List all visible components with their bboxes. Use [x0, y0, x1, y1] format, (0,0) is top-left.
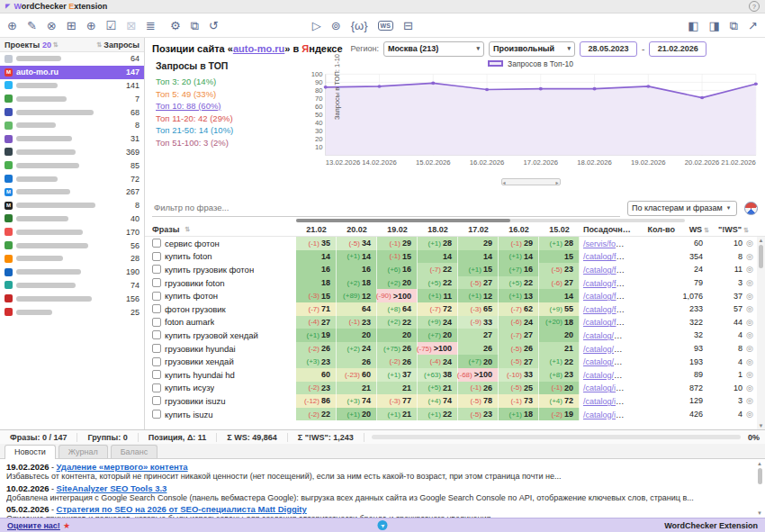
row-checkbox[interactable]	[152, 410, 161, 419]
row-checkbox[interactable]	[152, 304, 161, 313]
target-icon[interactable]: ◎	[742, 265, 757, 274]
landing-url-link[interactable]: /catalog/foton/	[583, 251, 626, 261]
tab-item[interactable]: Баланс	[111, 445, 158, 458]
wordstat-icon[interactable]: WS	[378, 21, 393, 31]
sidebar-project-item[interactable]: 8	[0, 119, 144, 132]
sidebar-project-item[interactable]: 85	[0, 158, 144, 172]
chart-range-slider[interactable]: ◂ ▸	[501, 178, 561, 185]
projects-sort-icon[interactable]: ⇅	[53, 41, 58, 49]
landing-url-link[interactable]: /catalog/arxiv/hyundai-h…	[583, 370, 626, 380]
clipboard-icon[interactable]: ⊟	[403, 20, 413, 32]
sidebar-project-item[interactable]: Mauto-mo.ru147	[0, 66, 144, 79]
sort-icon[interactable]: ⇅	[184, 226, 190, 233]
toggle-left-panel-icon[interactable]: ◧	[688, 20, 698, 32]
tab-item[interactable]: Журнал	[58, 445, 108, 458]
check-positions-icon[interactable]: ▷	[312, 20, 321, 32]
sidebar-project-item[interactable]: 7	[0, 92, 144, 105]
target-icon[interactable]: ◎	[742, 370, 757, 379]
date-column-header[interactable]: 20.02	[337, 225, 377, 234]
export-file-icon[interactable]: ⧉	[730, 20, 738, 32]
table-scrollbar-thumb[interactable]	[759, 245, 763, 268]
slider-right-arrow-icon[interactable]: ▸	[555, 179, 558, 185]
target-icon[interactable]: ◎	[742, 383, 757, 392]
target-icon[interactable]: ◎	[742, 239, 757, 248]
sidebar-project-item[interactable]: 74	[0, 279, 144, 293]
iws-column-header[interactable]: "!WS"⇅	[711, 225, 751, 234]
import-phrases-icon[interactable]: ⊞	[67, 20, 76, 32]
target-icon[interactable]: ◎	[742, 292, 757, 301]
target-icon[interactable]: ◎	[742, 252, 757, 261]
group-mode-select[interactable]: По кластерам и фразам▾	[627, 201, 737, 216]
period-select[interactable]: Произвольный▾	[489, 41, 575, 57]
sort-icon[interactable]: ⇅	[704, 227, 709, 233]
toggle-right-panel-icon[interactable]: ◨	[709, 20, 720, 32]
delete-phrases-icon[interactable]: ⊠	[126, 20, 136, 32]
landing-url-link[interactable]: /catalog/foton/foton-s10…	[583, 317, 626, 327]
landing-url-link[interactable]: /catalog/foton/	[583, 278, 626, 288]
landing-url-link[interactable]: /catalog/isuzu/	[583, 383, 626, 392]
region-select[interactable]: Москва (213)▾	[383, 41, 484, 57]
target-icon[interactable]: ◎	[742, 396, 757, 405]
sidebar-project-item[interactable]: 156	[0, 292, 144, 305]
telegram-icon[interactable]: ➤	[378, 520, 388, 530]
live-mode-icon[interactable]: {ω}	[351, 20, 368, 32]
scroll-up-icon[interactable]: ▲	[757, 461, 762, 466]
sidebar-project-item[interactable]: 141	[0, 79, 144, 93]
sidebar-project-item[interactable]: 40	[0, 212, 144, 226]
phrases-column-header[interactable]: Фразы⇅	[145, 225, 296, 234]
url-column-header[interactable]: Посадочный URL	[580, 225, 634, 234]
target-icon[interactable]: ◎	[742, 278, 757, 287]
sidebar-project-item[interactable]: 369	[0, 146, 144, 159]
queries-sort-icon[interactable]: ⇅	[96, 41, 102, 49]
ws-column-header[interactable]: WS⇅	[675, 225, 711, 234]
scroll-down-icon[interactable]: ▼	[759, 423, 764, 428]
rate-us-link[interactable]: Оцените нас!	[7, 521, 60, 530]
top-stat-item[interactable]: Топ 10: 88 (60%)	[156, 100, 300, 113]
top-stat-item[interactable]: Топ 5: 49 (33%)	[156, 88, 300, 101]
news-vertical-scrollbar[interactable]: ▲ ▼	[756, 461, 763, 516]
site-link[interactable]: auto-mo.ru	[233, 43, 284, 54]
open-external-icon[interactable]: ↗	[748, 20, 758, 32]
date-column-header[interactable]: 18.02	[418, 225, 458, 234]
date-column-header[interactable]: 16.02	[499, 225, 539, 234]
row-checkbox[interactable]	[152, 265, 161, 274]
sidebar-project-item[interactable]: 72	[0, 172, 144, 185]
wordstat-globe-icon[interactable]	[744, 202, 758, 215]
sidebar-project-item[interactable]: 170	[0, 225, 144, 239]
history-icon[interactable]: ↺	[209, 20, 219, 32]
tab-active-item[interactable]: Новости	[4, 445, 56, 459]
date-to-input[interactable]: 21.02.2026	[649, 41, 706, 57]
news-title-link[interactable]: SiteAnalyzer SEO Tools 3.3	[57, 483, 167, 493]
landing-url-link[interactable]: /catalog/isuzu/	[583, 396, 626, 406]
landing-url-link[interactable]: /catalog/foton/	[583, 265, 626, 275]
sidebar-project-item[interactable]: 56	[0, 239, 144, 252]
scroll-down-icon[interactable]: ▼	[757, 510, 762, 516]
scroll-up-icon[interactable]: ▲	[759, 238, 764, 243]
news-scrollbar-thumb[interactable]	[758, 468, 762, 484]
landing-url-link[interactable]: /catalog/foton/	[583, 304, 626, 314]
settings-icon[interactable]: ⚙	[170, 20, 181, 32]
landing-url-link[interactable]: /catalog/hyundai/gruzov…	[583, 356, 626, 366]
top-stat-item[interactable]: Топ 21-50: 14 (10%)	[156, 124, 300, 137]
news-title-link[interactable]: Удаление «мертвого» контента	[57, 462, 188, 472]
delete-project-icon[interactable]: ⊗	[47, 20, 57, 32]
sidebar-project-item[interactable]: 68	[0, 105, 144, 119]
add-project-icon[interactable]: ⊕	[7, 20, 17, 32]
top-stat-item[interactable]: Топ 3: 20 (14%)	[156, 76, 300, 88]
row-checkbox[interactable]	[152, 396, 161, 405]
target-icon[interactable]: ◎	[742, 357, 757, 366]
horizontal-scrollbar[interactable]	[296, 219, 685, 222]
sort-icon[interactable]: ⇅	[743, 227, 749, 233]
row-checkbox[interactable]	[152, 330, 161, 339]
sidebar-project-item[interactable]: M8	[0, 199, 144, 212]
sidebar-project-item[interactable]: M267	[0, 185, 144, 199]
table-vertical-scrollbar[interactable]: ▲ ▼	[757, 237, 765, 429]
landing-url-link[interactable]: /catalog/hyundai/gruzov…	[583, 344, 626, 354]
count-column-header[interactable]: Кол-во	[634, 225, 675, 234]
edit-project-icon[interactable]: ✎	[27, 20, 37, 32]
target-icon[interactable]: ◎	[742, 344, 757, 353]
row-checkbox[interactable]	[152, 344, 161, 353]
add-phrases-icon[interactable]: ⊕	[86, 20, 96, 32]
phrase-filter-input[interactable]	[152, 200, 620, 217]
target-icon[interactable]: ◎	[742, 304, 757, 313]
